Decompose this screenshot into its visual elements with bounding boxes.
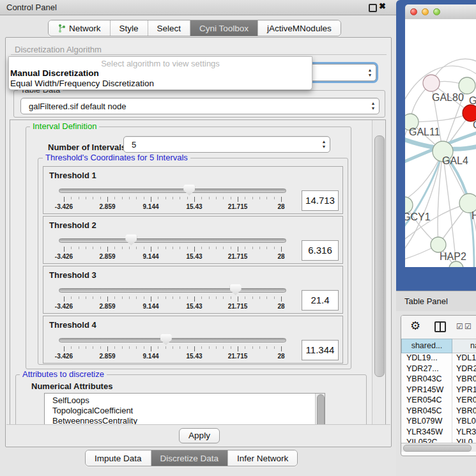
column-layout-icon[interactable] [434,321,446,332]
cell-name[interactable]: YBR0 [452,406,476,417]
list-scrollbar-thumb[interactable] [317,394,325,426]
table-row[interactable]: YDR27...YDR2 [401,364,476,375]
gear-icon[interactable]: ⚙ [410,319,420,333]
network-node-pink[interactable] [423,75,440,91]
table-hscrollbar-thumb[interactable] [403,445,472,452]
table-data-combobox[interactable]: galFiltered.sif default node ▲▼ [20,98,380,114]
tab-cyni-toolbox[interactable]: Cyni Toolbox [190,20,258,36]
cell-name[interactable]: YBR0 [452,374,476,385]
threshold-value-field[interactable]: 11.344 [302,340,339,360]
close-icon[interactable]: ✖ [379,1,386,11]
cell-name[interactable]: YIL0 [452,438,476,443]
table-row[interactable]: YIL052CYIL0 [401,438,476,443]
network-view-window: GAL80GACGAL11GAL4GCY1HHAP2 [396,0,476,291]
cell-name[interactable]: YPR1 [452,385,476,396]
tick-label: 9.144 [142,203,158,210]
tab-infer-network[interactable]: Infer Network [228,450,297,466]
slider-thumb[interactable] [230,284,242,295]
threshold-value-field[interactable]: 6.316 [302,240,339,261]
cell-shared-name[interactable]: YBR045C [401,406,452,417]
slider-track[interactable] [59,188,286,193]
cell-name[interactable]: YER0 [452,395,476,406]
tab-discretize-data[interactable]: Discretize Data [151,450,229,466]
slider-thumb[interactable] [125,234,137,245]
table-data-value: galFiltered.sif default node [21,102,367,111]
cell-name[interactable]: YDL1 [452,353,476,364]
attribute-list-item[interactable]: TopologicalCoefficient [45,406,325,416]
cell-name[interactable]: YDR2 [452,364,476,375]
cell-name[interactable]: YLR3 [452,427,476,438]
tab-style[interactable]: Style [111,20,148,36]
slider-thumb[interactable] [160,334,172,345]
threshold-label: Threshold 3 [49,270,96,280]
column-header-name[interactable]: na [452,339,476,353]
tab-impute-data[interactable]: Impute Data [86,450,151,466]
column-header-shared-name[interactable]: shared... [401,339,452,353]
tab-label: Impute Data [95,454,142,463]
select-column-checkbox-icon[interactable]: ☑ [464,322,472,331]
popup-option-manual-discretization[interactable]: Manual Discretization [10,68,99,78]
number-of-intervals-combobox[interactable]: 5 ▲▼ [123,136,330,153]
tick-label: 28 [277,203,284,210]
cell-name[interactable]: YBL0 [452,417,476,427]
table-row[interactable]: YDL19...YDL1 [401,353,476,364]
minimize-traffic-light[interactable] [422,8,429,15]
tab-network[interactable]: Network [49,20,111,36]
apply-button[interactable]: Apply [179,428,220,443]
network-canvas[interactable]: GAL80GACGAL11GAL4GCY1HHAP2 [405,19,476,267]
table-panel-title: Table Panel [404,296,448,306]
slider-track[interactable] [59,288,286,293]
slider-track[interactable] [59,238,286,243]
close-traffic-light[interactable] [410,8,417,15]
tick-label: 21.715 [228,303,248,310]
threshold-value-field[interactable]: 14.713 [302,190,339,211]
table-row[interactable]: YBL079WYBL0 [401,417,476,427]
network-node-label: GA [469,95,476,106]
threshold-panel-3: Threshold 3-3.4262.8599.14415.4321.71528… [43,266,343,314]
attributes-group-label: Attributes to discretize [20,370,107,379]
groupbox-border-line [11,54,387,55]
popup-option-equal-width-frequency[interactable]: Equal Width/Frequency Discretization [10,79,154,88]
cell-shared-name[interactable]: YPR145W [401,385,452,396]
table-horizontal-scrollbar[interactable] [401,443,476,452]
attribute-list-item[interactable]: SelfLoops [45,394,325,406]
zoom-traffic-light[interactable] [433,8,440,15]
table-row[interactable]: YBR043CYBR0 [401,374,476,385]
slider-thumb[interactable] [183,185,195,196]
panel-scrollbar[interactable] [372,120,386,425]
list-scrollbar[interactable] [315,394,325,426]
tick-label: 9.144 [142,303,158,310]
select-all-checkbox-icon[interactable]: ☑ [456,322,463,331]
cell-shared-name[interactable]: YIL052C [401,438,452,443]
slider-tick-labels: -3.4262.8599.14415.4321.71528 [64,253,281,261]
table-row[interactable]: YBR045CYBR0 [401,406,476,417]
table-rows: YDL19...YDL1YDR27...YDR2YBR043CYBR0YPR14… [401,353,476,443]
table-row[interactable]: YER054CYER0 [401,395,476,406]
cell-shared-name[interactable]: YER054C [401,395,452,406]
slider-ticks [64,197,281,203]
tab-select[interactable]: Select [148,20,191,36]
table-panel-region: ⚙ ☑ ☑ shared... na YDL19...YDL1YDR27...Y… [396,311,476,476]
network-node-hap2[interactable] [431,237,446,252]
panel-scrollbar-thumb[interactable] [374,135,385,377]
tick-label: 2.859 [99,353,115,360]
cell-shared-name[interactable]: YBR043C [401,374,452,385]
table-row[interactable]: YPR145WYPR1 [401,385,476,396]
threshold-value-field[interactable]: 21.4 [302,290,339,311]
control-panel-window: Control Panel ✖ NetworkStyleSelectCyni T… [0,0,396,476]
cell-shared-name[interactable]: YBL079W [401,417,452,427]
network-node-label: HAP2 [440,251,466,262]
threshold-slider[interactable]: -3.4262.8599.14415.4321.71528 [59,333,286,362]
slider-track[interactable] [59,338,286,342]
threshold-slider[interactable]: -3.4262.8599.14415.4321.71528 [59,233,286,263]
cell-shared-name[interactable]: YLR345W [401,427,452,438]
threshold-slider[interactable]: -3.4262.8599.14415.4321.71528 [59,283,286,312]
cell-shared-name[interactable]: YDR27... [401,364,452,375]
table-row[interactable]: YLR345WYLR3 [401,427,476,438]
float-window-icon[interactable] [369,4,377,12]
threshold-slider[interactable]: -3.4262.8599.14415.4321.71528 [59,183,286,213]
tab-jactivemnodules[interactable]: jActiveMNodules [258,20,341,36]
cell-shared-name[interactable]: YDL19... [401,353,452,364]
numerical-attributes-list[interactable]: SelfLoopsTopologicalCoefficientBetweenne… [44,393,325,426]
settings-scroll-panel: Interval Definition Number of Intervals … [10,119,386,426]
